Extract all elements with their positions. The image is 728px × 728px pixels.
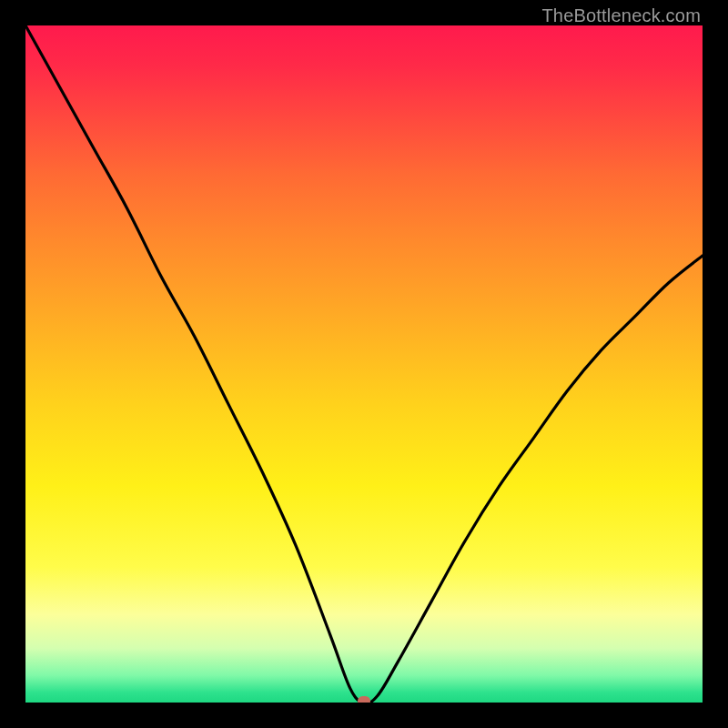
chart-frame: TheBottleneck.com bbox=[0, 0, 728, 728]
watermark-text: TheBottleneck.com bbox=[541, 5, 701, 26]
bottleneck-curve bbox=[25, 25, 703, 703]
plot-area bbox=[25, 25, 703, 703]
optimal-point-marker bbox=[358, 696, 370, 703]
